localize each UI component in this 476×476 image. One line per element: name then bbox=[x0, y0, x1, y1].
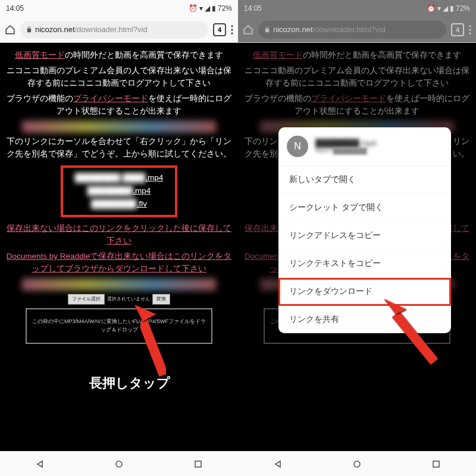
home-nav-icon[interactable] bbox=[353, 460, 361, 468]
left-screenshot: 14:05 ⏰ ▾ ◢ ▮ 72% nicozon.net/downloader… bbox=[0, 0, 238, 476]
lock-icon bbox=[26, 26, 32, 33]
battery-icon: ▮ bbox=[212, 4, 216, 12]
alarm-icon: ⏰ bbox=[189, 4, 198, 12]
signal-icon: ◢ bbox=[443, 4, 448, 12]
privacy-link[interactable]: プライバシーモード bbox=[73, 94, 148, 103]
right-screenshot: 14:05 ⏰ ▾ ◢ ▮ 72% nicozon.net/downloader… bbox=[238, 0, 476, 476]
tab-count[interactable]: 4 bbox=[213, 23, 226, 36]
file-links-box: ████████ ████.mp4 ████████.mp4 ████████.… bbox=[61, 165, 178, 217]
url-bar[interactable]: nicozon.net/downloader.html?vid bbox=[20, 21, 208, 39]
back-icon[interactable] bbox=[36, 460, 44, 468]
svg-point-3 bbox=[116, 461, 122, 467]
battery-percent: 72% bbox=[218, 4, 232, 12]
status-icons: ⏰ ▾ ◢ ▮ 72% bbox=[427, 4, 470, 12]
file-link-1[interactable]: ████████ ████.mp4 bbox=[75, 172, 164, 184]
ctx-copy-text[interactable]: リンクテキストをコピー bbox=[278, 250, 451, 278]
home-nav-icon[interactable] bbox=[115, 460, 123, 468]
instruction-text: 下のリンクにカーソルを合わせて「右クリック」から「リンク先を別名で保存」でどうぞ… bbox=[5, 136, 233, 161]
ctx-copy-address[interactable]: リンクアドレスをコピー bbox=[278, 222, 451, 250]
signal-icon: ◢ bbox=[205, 4, 210, 12]
file-upload-row: ファイル選択 選択されていません 変換 bbox=[5, 294, 233, 305]
recent-icon[interactable] bbox=[194, 460, 202, 468]
status-time: 14:05 bbox=[244, 4, 262, 12]
svg-rect-4 bbox=[195, 461, 201, 467]
ctx-new-tab[interactable]: 新しいタブで開く bbox=[278, 166, 451, 194]
svg-point-0 bbox=[231, 25, 233, 27]
svg-point-2 bbox=[231, 32, 233, 34]
context-url: https://████████ bbox=[315, 148, 377, 154]
low-quality-link[interactable]: 低画質モード bbox=[15, 51, 65, 60]
dropzone[interactable]: この枠の中にMP3/M4A/WAVに変換したいFLV/MP4/SWFファイルをド… bbox=[26, 308, 213, 344]
recent-icon[interactable] bbox=[432, 460, 440, 468]
battery-icon: ▮ bbox=[450, 4, 454, 12]
arrow-annotation bbox=[131, 303, 178, 381]
status-bar: 14:05 ⏰ ▾ ◢ ▮ 72% bbox=[238, 0, 476, 17]
battery-percent: 72% bbox=[456, 4, 470, 12]
page-content: 低画質モードの時間外だと動画を高画質で保存できます ニコニコ動画のプレミアム会員… bbox=[0, 43, 238, 451]
svg-point-5 bbox=[469, 25, 471, 27]
svg-rect-9 bbox=[433, 461, 439, 467]
more-icon[interactable] bbox=[231, 25, 233, 35]
longpress-annotation: 長押しタップ bbox=[89, 373, 170, 393]
avatar-icon: N bbox=[287, 136, 308, 157]
status-time: 14:05 bbox=[6, 4, 24, 12]
lock-icon bbox=[264, 26, 270, 33]
svg-point-6 bbox=[469, 29, 471, 30]
url-domain: nicozon.net bbox=[35, 25, 75, 34]
ad-placeholder-2 bbox=[22, 278, 216, 290]
nav-bar bbox=[238, 451, 476, 476]
context-title: ████████.mp4 bbox=[315, 139, 377, 148]
save-fail-link[interactable]: 保存出来ない場合はこのリンクをクリックした後に保存して下さい bbox=[7, 224, 231, 245]
wifi-icon: ▾ bbox=[199, 4, 203, 12]
browser-bar: nicozon.net/downloader.html?vid 4 bbox=[0, 17, 238, 43]
home-icon[interactable] bbox=[5, 24, 15, 35]
svg-point-8 bbox=[354, 461, 360, 467]
context-header: N ████████.mp4 https://████████ bbox=[278, 127, 451, 166]
file-select-button[interactable]: ファイル選択 bbox=[68, 294, 105, 305]
browser-bar: nicozon.net/downloader.html?vid 4 bbox=[238, 17, 476, 43]
back-icon[interactable] bbox=[274, 460, 282, 468]
url-domain: nicozon.net bbox=[273, 25, 313, 34]
svg-point-7 bbox=[469, 32, 471, 34]
wifi-icon: ▾ bbox=[437, 4, 441, 12]
home-icon[interactable] bbox=[243, 24, 253, 35]
url-path: /downloader.html?vid bbox=[75, 25, 148, 34]
tab-count[interactable]: 4 bbox=[451, 23, 464, 36]
url-path: /downloader.html?vid bbox=[313, 25, 386, 34]
svg-point-1 bbox=[231, 29, 233, 30]
file-link-2[interactable]: ████████.mp4 bbox=[75, 185, 164, 198]
ctx-incognito-tab[interactable]: シークレット タブで開く bbox=[278, 194, 451, 222]
url-bar[interactable]: nicozon.net/downloader.html?vid bbox=[258, 21, 446, 39]
status-icons: ⏰ ▾ ◢ ▮ 72% bbox=[189, 4, 232, 12]
more-icon[interactable] bbox=[469, 25, 471, 35]
status-bar: 14:05 ⏰ ▾ ◢ ▮ 72% bbox=[0, 0, 238, 17]
nav-bar bbox=[0, 451, 238, 476]
alarm-icon: ⏰ bbox=[427, 4, 436, 12]
arrow-annotation-2 bbox=[378, 296, 443, 368]
ad-placeholder bbox=[22, 121, 216, 133]
premium-text: ニコニコ動画のプレミアム会員の人で保存出来ない場合は保存する前にニコニコ動画でロ… bbox=[5, 65, 233, 90]
documents-link[interactable]: Documents by Readdleで保存出来ない場合はこのリンクをタップし… bbox=[7, 252, 231, 273]
file-link-3[interactable]: ████████.flv bbox=[75, 198, 164, 211]
